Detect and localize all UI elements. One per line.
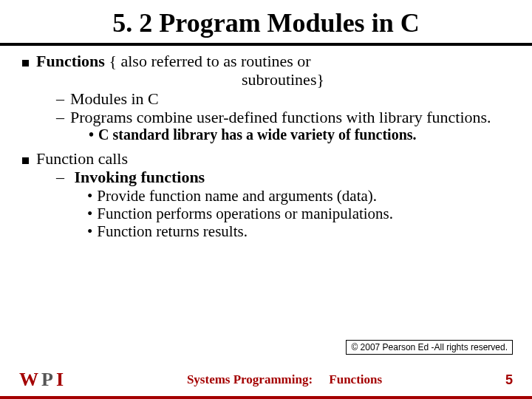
wpi-logo: WPI (19, 369, 64, 391)
dash-icon: – (56, 168, 64, 186)
bullet-icon (22, 60, 29, 66)
modules-in-c: Modules in C (70, 89, 159, 108)
page-number: 5 (505, 372, 513, 388)
returns-results: Function returns results. (97, 222, 248, 240)
dash-icon: – (56, 108, 64, 126)
provide-name-args: Provide function name and arguments (dat… (97, 187, 377, 205)
performs-operations: Function performs operations or manipula… (97, 205, 393, 222)
dash-icon: – (56, 89, 64, 108)
c-stdlib-note: C standard library has a wide variety of… (98, 126, 417, 143)
copyright-notice: © 2007 Pearson Ed -All rights reserved. (346, 340, 513, 355)
bullet-icon (22, 157, 29, 164)
footer-label: Systems Programming: (187, 372, 313, 386)
functions-desc-line1: { also referred to as routines or (105, 52, 311, 70)
dot-icon: • (87, 205, 92, 222)
functions-heading: Functions (36, 52, 105, 70)
functions-desc-line2: subroutines} (22, 70, 510, 89)
dot-icon: • (87, 222, 92, 240)
slide-content: Functions { also referred to as routines… (0, 46, 532, 240)
dot-icon: • (89, 126, 94, 143)
programs-combine: Programs combine user-defined functions … (70, 108, 491, 126)
dot-icon: • (87, 187, 92, 205)
function-calls-heading: Function calls (36, 149, 510, 168)
footer-topic: Functions (316, 372, 382, 386)
slide-footer: WPI Systems Programming: Functions 5 (0, 365, 532, 395)
slide-title: 5. 2 Program Modules in C (22, 7, 510, 38)
footer-divider (0, 396, 532, 399)
invoking-functions: Invoking functions (75, 168, 205, 186)
